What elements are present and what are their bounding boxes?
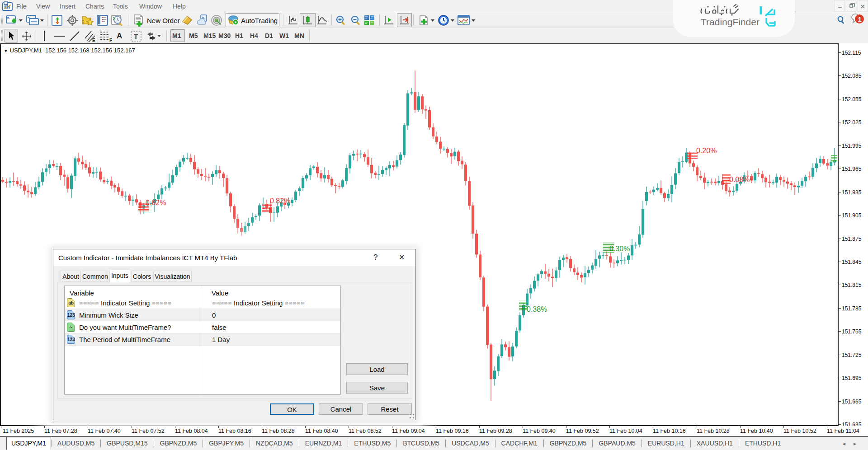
svg-text:1: 1 — [858, 15, 862, 23]
svg-text:0.82%: 0.82% — [270, 197, 290, 205]
svg-text:0.30%: 0.30% — [609, 245, 630, 253]
svg-text:0.08%: 0.08% — [729, 176, 750, 183]
svg-text:T: T — [134, 33, 138, 40]
svg-text:F: F — [109, 38, 112, 42]
svg-text:0.20%: 0.20% — [696, 147, 717, 155]
svg-text:0.62%: 0.62% — [146, 199, 166, 206]
svg-text:TradingFinder: TradingFinder — [701, 17, 760, 27]
svg-text:0.38%: 0.38% — [527, 305, 547, 313]
svg-text:E: E — [92, 38, 95, 42]
